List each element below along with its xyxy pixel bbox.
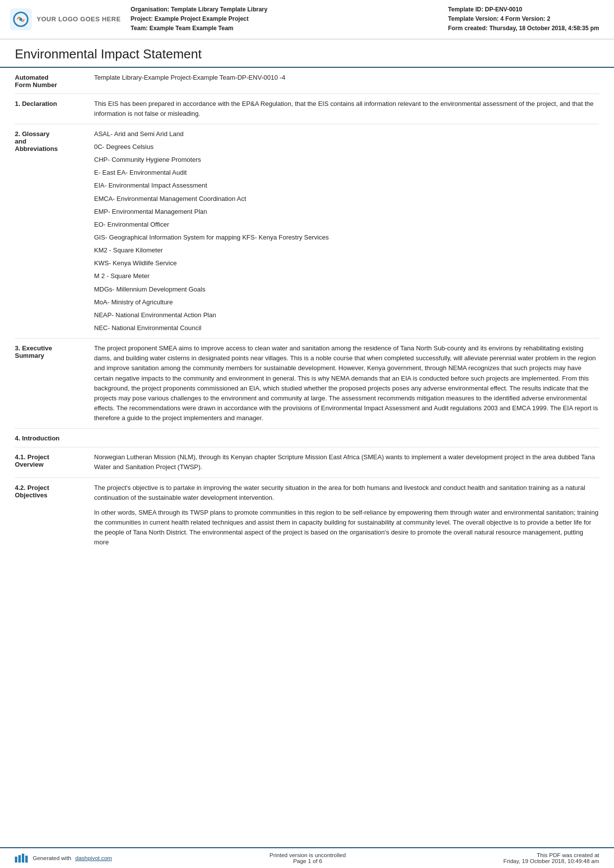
project-objectives-text2: In other words, SMEA through its TWSP pl… bbox=[94, 508, 599, 548]
glossary-label: 2. Glossary and Abbreviations bbox=[15, 129, 94, 152]
form-number-body: Template Library-Example Project-Example… bbox=[94, 73, 599, 89]
glossary-item: NEAP- National Environmental Action Plan bbox=[94, 310, 599, 320]
template-id-line: Template ID: DP-ENV-0010 bbox=[448, 5, 599, 14]
declaration-text: This EIS has been prepared in accordance… bbox=[94, 99, 599, 119]
project-overview-label: 4.1. Project Overview bbox=[15, 452, 94, 472]
header-right: Template ID: DP-ENV-0010 Template Versio… bbox=[448, 5, 599, 34]
form-number-label: Automated Form Number bbox=[15, 73, 94, 89]
template-id-value: DP-ENV-0010 bbox=[485, 6, 522, 13]
glossary-item: EO- Environmental Officer bbox=[94, 220, 599, 230]
exec-summary-label: 3. Executive Summary bbox=[15, 343, 94, 423]
project-objectives-text1: The project's objective is to partake in… bbox=[94, 483, 599, 503]
exec-summary-row: 3. Executive Summary The project propone… bbox=[15, 338, 599, 429]
glossary-item: KWS- Kenya Wildlife Service bbox=[94, 258, 599, 268]
project-overview-row: 4.1. Project Overview Norwegian Lutheran… bbox=[15, 447, 599, 478]
footer-center: Printed version is uncontrolled Page 1 o… bbox=[269, 852, 346, 864]
header: YOUR LOGO GOES HERE Organisation: Templa… bbox=[0, 0, 614, 40]
glossary-item: E- East EA- Environmental Audit bbox=[94, 168, 599, 178]
svg-rect-3 bbox=[15, 857, 17, 863]
glossary-item: MDGs- Millennium Development Goals bbox=[94, 285, 599, 294]
glossary-item: KM2 - Square Kilometer bbox=[94, 245, 599, 255]
org-value: Template Library bbox=[220, 6, 267, 13]
project-overview-text: Norwegian Lutheran Mission (NLM), throug… bbox=[94, 452, 599, 472]
svg-rect-4 bbox=[18, 855, 21, 863]
introduction-label: 4. Introduction bbox=[15, 434, 94, 442]
template-version-label: Template Version: bbox=[448, 15, 501, 22]
glossary-item: MoA- Ministry of Agriculture bbox=[94, 297, 599, 307]
glossary-item: NEC- National Environmental Council bbox=[94, 323, 599, 333]
declaration-label: 1. Declaration bbox=[15, 99, 94, 119]
glossary-item: EMP- Environmental Management Plan bbox=[94, 207, 599, 217]
declaration-row: 1. Declaration This EIS has been prepare… bbox=[15, 94, 599, 124]
glossary-item: ASAL- Arid and Semi Arid Land bbox=[94, 129, 599, 139]
declaration-body: This EIS has been prepared in accordance… bbox=[94, 99, 599, 119]
content: Automated Form Number Template Library-E… bbox=[0, 68, 614, 847]
logo-area: YOUR LOGO GOES HERE bbox=[10, 5, 121, 34]
footer-right: This PDF was created at Friday, 19 Octob… bbox=[504, 852, 599, 864]
footer: Generated with dashpivot.com Printed ver… bbox=[0, 847, 614, 868]
project-objectives-label: 4.2. Project Objectives bbox=[15, 483, 94, 548]
project-overview-body: Norwegian Lutheran Mission (NLM), throug… bbox=[94, 452, 599, 472]
form-created-value: Thursday, 18 October 2018, 4:58:35 pm bbox=[489, 25, 599, 32]
glossary-row: 2. Glossary and Abbreviations ASAL- Arid… bbox=[15, 124, 599, 338]
team-label: Team: Example Team bbox=[131, 25, 191, 32]
template-id-label: Template ID: bbox=[448, 6, 485, 13]
svg-rect-6 bbox=[25, 856, 28, 863]
dashpivot-link[interactable]: dashpivot.com bbox=[75, 855, 112, 861]
generated-text: Generated with bbox=[33, 855, 71, 861]
glossary-item: M 2 - Square Meter bbox=[94, 271, 599, 281]
form-created-line: Form created: Thursday, 18 October 2018,… bbox=[448, 24, 599, 33]
glossary-item: 0C- Degrees Celsius bbox=[94, 142, 599, 152]
glossary-item: CHP- Community Hygiene Promoters bbox=[94, 155, 599, 165]
exec-summary-body: The project proponent SMEA aims to impro… bbox=[94, 343, 599, 423]
team-line: Team: Example Team Example Team bbox=[131, 24, 438, 33]
exec-summary-text: The project proponent SMEA aims to impro… bbox=[94, 343, 599, 423]
doc-title: Environmental Impact Statement bbox=[0, 40, 614, 68]
team-value: Example Team bbox=[192, 25, 233, 32]
project-value: Example Project bbox=[203, 15, 249, 22]
org-label: Organisation: Template Library bbox=[131, 6, 218, 13]
org-line: Organisation: Template Library Template … bbox=[131, 5, 438, 14]
project-line: Project: Example Project Example Project bbox=[131, 14, 438, 24]
form-created-label: Form created: bbox=[448, 25, 489, 32]
form-number-row: Automated Form Number Template Library-E… bbox=[15, 68, 599, 94]
svg-rect-5 bbox=[22, 854, 24, 863]
page-text: Page 1 of 6 bbox=[269, 858, 346, 864]
glossary-item: EIA- Environmental Impact Assessment bbox=[94, 181, 599, 191]
introduction-row: 4. Introduction bbox=[15, 429, 599, 447]
header-meta: Organisation: Template Library Template … bbox=[131, 5, 438, 34]
logo-text: YOUR LOGO GOES HERE bbox=[37, 15, 121, 23]
project-label: Project: Example Project bbox=[131, 15, 201, 22]
footer-left: Generated with dashpivot.com bbox=[15, 854, 112, 863]
introduction-body bbox=[94, 434, 599, 442]
glossary-item: GIS- Geographical Information System for… bbox=[94, 233, 599, 242]
project-objectives-body: The project's objective is to partake in… bbox=[94, 483, 599, 548]
version-line: Template Version: 4 Form Version: 2 bbox=[448, 14, 599, 24]
svg-point-2 bbox=[19, 18, 22, 21]
project-objectives-row: 4.2. Project Objectives The project's ob… bbox=[15, 478, 599, 553]
pdf-date: Friday, 19 October 2018, 10:49:48 am bbox=[504, 858, 599, 864]
footer-logo-icon bbox=[15, 854, 29, 863]
glossary-body: ASAL- Arid and Semi Arid Land0C- Degrees… bbox=[94, 129, 599, 333]
printed-text: Printed version is uncontrolled bbox=[269, 852, 346, 858]
pdf-text: This PDF was created at bbox=[504, 852, 599, 858]
form-version-value: 2 bbox=[547, 15, 551, 22]
form-number-value: Template Library-Example Project-Example… bbox=[94, 73, 599, 83]
page: YOUR LOGO GOES HERE Organisation: Templa… bbox=[0, 0, 614, 868]
form-version-label: Form Version: bbox=[506, 15, 547, 22]
template-version-value: 4 bbox=[501, 15, 506, 22]
logo-icon bbox=[10, 8, 32, 30]
glossary-item: EMCA- Environmental Management Coordinat… bbox=[94, 194, 599, 204]
